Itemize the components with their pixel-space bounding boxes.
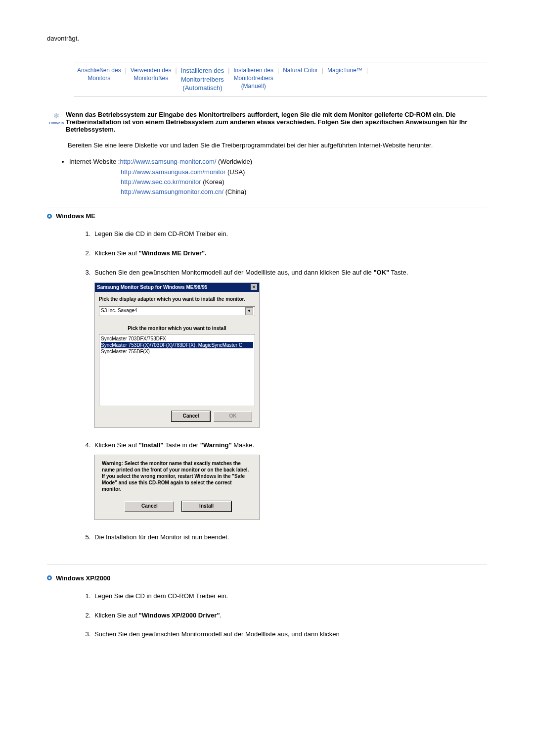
monitor-listbox[interactable]: SyncMaster 703DFX/753DFX SyncMaster 753D… — [99, 334, 255, 406]
step-text-bold: "Install" — [139, 441, 164, 449]
site-suffix: (Worldwide) — [216, 158, 252, 165]
step-item: Legen Sie die CD in dem CD-ROM Treiber e… — [92, 227, 487, 246]
section-divider — [47, 564, 487, 565]
step-text-bold: "OK" — [373, 269, 389, 276]
step-text: Legen Sie die CD in dem CD-ROM Treiber e… — [94, 592, 228, 600]
step-text: Klicken Sie auf — [94, 249, 139, 257]
list-item-selected[interactable]: SyncMaster 753DF(X)/703DF(X)/783DF(X), M… — [101, 342, 253, 348]
adapter-label: Pick the display adapter which you want … — [99, 296, 255, 303]
step-item: Legen Sie die CD in dem CD-ROM Treiber e… — [92, 589, 487, 608]
step-text-bold: "Windows ME Driver". — [139, 249, 207, 257]
dialog-warning: Warning: Select the monitor name that ex… — [94, 455, 260, 520]
note-label: Hinweis — [49, 121, 64, 125]
step-item: Die Installation für den Monitor ist nun… — [92, 530, 487, 549]
step-text: Klicken Sie auf — [94, 441, 139, 449]
steps-windows-xp: Legen Sie die CD in dem CD-ROM Treiber e… — [82, 589, 487, 647]
install-button[interactable]: Install — [182, 501, 231, 512]
step-text: Taste in der — [164, 441, 200, 449]
note-text: Wenn das Betriebssystem zur Eingabe des … — [66, 111, 487, 133]
section-title: Windows ME — [56, 212, 95, 220]
internet-site-row: Internet-Website :http://www.samsung-mon… — [69, 157, 487, 167]
tab-label: MagicTune™ — [327, 67, 362, 74]
prepare-text: Bereiten Sie eine leere Diskette vor und… — [68, 141, 487, 150]
bullet-icon — [47, 575, 52, 580]
step-text: Suchen Sie den gewünschten Monitormodell… — [94, 630, 340, 638]
ok-button[interactable]: OK — [214, 411, 252, 422]
steps-windows-me: Legen Sie die CD in dem CD-ROM Treiber e… — [82, 227, 487, 549]
close-icon[interactable]: × — [251, 284, 257, 290]
site-suffix: (China) — [223, 188, 246, 195]
warning-text: Warning: Select the monitor name that ex… — [102, 460, 252, 492]
step-text: Klicken Sie auf — [94, 612, 139, 619]
section-windows-xp: Windows XP/2000 — [47, 574, 487, 582]
tab-monitor-stand[interactable]: Verwenden des Monitorfußes — [128, 66, 175, 82]
tab-label: Monitortreibers — [181, 76, 224, 83]
tab-label: (Automatisch) — [182, 84, 222, 92]
adapter-select[interactable]: S3 Inc. Savage4 ▼ — [99, 306, 255, 316]
site-suffix: (Korea) — [201, 178, 224, 186]
link-usa[interactable]: http://www.samsungusa.com/monitor — [121, 168, 225, 176]
step-text-bold: "Windows XP/2000 Driver" — [139, 612, 220, 619]
tab-separator: | — [365, 66, 369, 74]
step-text: Die Installation für den Monitor ist nun… — [94, 533, 229, 541]
step-text-bold: "Warning" — [200, 441, 232, 449]
bullet-icon — [47, 214, 52, 219]
step-item: Klicken Sie auf "Windows XP/2000 Driver"… — [92, 608, 487, 627]
cancel-button[interactable]: Cancel — [172, 411, 210, 422]
dropdown-arrow-icon[interactable]: ▼ — [245, 307, 253, 315]
site-label: Internet-Website : — [69, 158, 120, 165]
tab-label: Monitors — [88, 75, 110, 82]
tab-label: Monitortreibers — [234, 75, 273, 82]
tab-connect-monitor[interactable]: Anschließen des Monitors — [74, 66, 124, 82]
section-tabs: Anschließen des Monitors | Verwenden des… — [74, 62, 487, 97]
tab-label: Natural Color — [283, 67, 318, 74]
dialog-monitor-setup: Samsung Monitor Setup for Windows ME/98/… — [94, 283, 260, 428]
dialog-titlebar: Samsung Monitor Setup for Windows ME/98/… — [95, 283, 259, 292]
tab-separator: | — [227, 66, 230, 74]
step-item: Klicken Sie auf "Install" Taste in der "… — [92, 438, 487, 530]
step-item: Suchen Sie den gewünschten Monitormodell… — [92, 627, 487, 646]
tab-label: Installieren des — [181, 67, 224, 74]
step-text: Suchen Sie den gewünschten Monitormodell… — [94, 269, 373, 276]
site-suffix: (USA) — [225, 168, 245, 176]
adapter-value: S3 Inc. Savage4 — [101, 307, 137, 315]
tab-label: Anschließen des — [77, 67, 121, 74]
tab-natural-color[interactable]: Natural Color — [280, 66, 321, 74]
tab-label: Installieren des — [233, 67, 273, 74]
step-text: Taste. — [389, 269, 408, 276]
dialog-title: Samsung Monitor Setup for Windows ME/98/… — [97, 284, 207, 291]
section-windows-me: Windows ME — [47, 207, 487, 220]
note-icon: ✻ Hinweis — [47, 111, 66, 133]
cancel-button[interactable]: Cancel — [125, 501, 174, 512]
section-title: Windows XP/2000 — [56, 574, 110, 582]
tab-separator: | — [321, 66, 324, 74]
list-item[interactable]: SyncMaster 755DF(X) — [101, 348, 253, 355]
page-fragment-top: davonträgt. — [47, 35, 487, 42]
tab-label: (Manuell) — [241, 83, 266, 90]
list-item[interactable]: SyncMaster 703DFX/753DFX — [101, 335, 253, 342]
tab-separator: | — [175, 66, 178, 74]
step-item: Klicken Sie auf "Windows ME Driver". — [92, 246, 487, 265]
link-china[interactable]: http://www.samsungmonitor.com.cn/ — [121, 188, 223, 195]
tab-driver-auto[interactable]: Installieren des Monitortreibers (Automa… — [178, 66, 227, 93]
tab-magictune[interactable]: MagicTune™ — [324, 66, 365, 74]
tab-label: Verwenden des — [131, 67, 172, 74]
tab-label: Monitorfußes — [134, 75, 168, 82]
link-worldwide[interactable]: http://www.samsung-monitor.com/ — [120, 158, 216, 165]
tab-separator: | — [276, 66, 280, 74]
step-text: Legen Sie die CD in dem CD-ROM Treiber e… — [94, 230, 228, 237]
tab-driver-manual[interactable]: Installieren des Monitortreibers (Manuel… — [230, 66, 276, 91]
gear-icon: ✻ — [53, 112, 59, 120]
tab-separator: | — [124, 66, 128, 74]
step-text: . — [220, 612, 222, 619]
step-text: Maske. — [232, 441, 255, 449]
monitor-list-label: Pick the monitor which you want to insta… — [99, 325, 255, 332]
link-korea[interactable]: http://www.sec.co.kr/monitor — [121, 178, 201, 186]
step-item: Suchen Sie den gewünschten Monitormodell… — [92, 265, 487, 438]
